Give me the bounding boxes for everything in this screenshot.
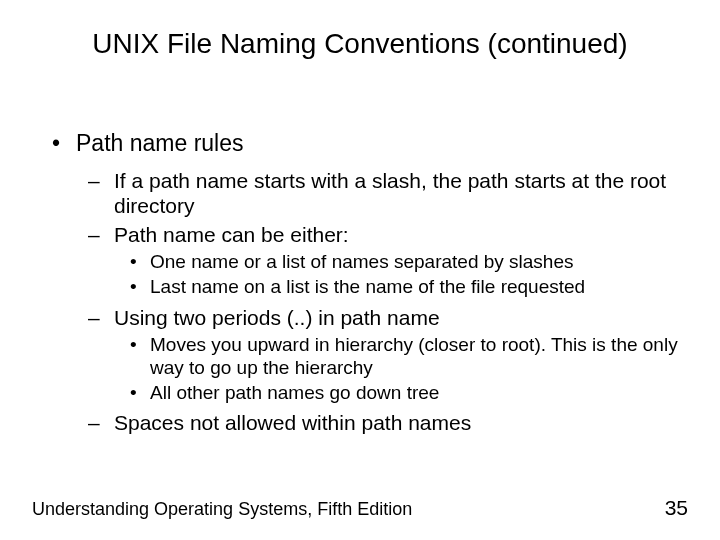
list-item: Spaces not allowed within path names <box>86 410 678 435</box>
bullet-text: Path name can be either: <box>114 223 349 246</box>
bullet-text: Path name rules <box>76 130 243 156</box>
slide: UNIX File Naming Conventions (continued)… <box>0 0 720 540</box>
bullet-list-level1: Path name rules If a path name starts wi… <box>48 130 678 436</box>
footer-source: Understanding Operating Systems, Fifth E… <box>32 499 412 520</box>
bullet-text: One name or a list of names separated by… <box>150 251 574 272</box>
bullet-list-level3: One name or a list of names separated by… <box>114 251 678 299</box>
slide-title: UNIX File Naming Conventions (continued) <box>0 28 720 60</box>
bullet-list-level3: Moves you upward in hierarchy (closer to… <box>114 334 678 404</box>
list-item: Using two periods (..) in path name Move… <box>86 305 678 405</box>
slide-body: Path name rules If a path name starts wi… <box>48 130 678 442</box>
list-item: One name or a list of names separated by… <box>128 251 678 274</box>
bullet-list-level2: If a path name starts with a slash, the … <box>76 168 678 436</box>
list-item: Moves you upward in hierarchy (closer to… <box>128 334 678 380</box>
list-item: If a path name starts with a slash, the … <box>86 168 678 218</box>
bullet-text: If a path name starts with a slash, the … <box>114 169 666 217</box>
list-item: Last name on a list is the name of the f… <box>128 276 678 299</box>
bullet-text: Spaces not allowed within path names <box>114 411 471 434</box>
list-item: Path name can be either: One name or a l… <box>86 222 678 299</box>
bullet-text: All other path names go down tree <box>150 382 439 403</box>
list-item: Path name rules If a path name starts wi… <box>48 130 678 436</box>
bullet-text: Using two periods (..) in path name <box>114 306 440 329</box>
bullet-text: Moves you upward in hierarchy (closer to… <box>150 334 678 378</box>
footer-page-number: 35 <box>665 496 688 520</box>
bullet-text: Last name on a list is the name of the f… <box>150 276 585 297</box>
list-item: All other path names go down tree <box>128 382 678 405</box>
